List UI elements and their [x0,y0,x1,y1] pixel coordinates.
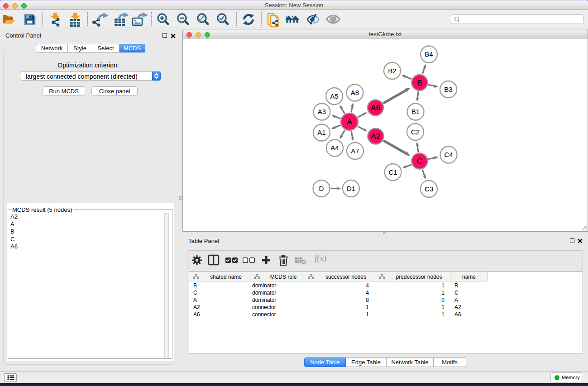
svg-text:B: B [417,79,422,87]
svg-text:A5: A5 [330,92,338,100]
svg-text:B2: B2 [388,67,396,75]
svg-text:D1: D1 [347,185,355,192]
svg-text:B4: B4 [425,50,433,58]
svg-text:A3: A3 [318,108,326,115]
svg-text:C4: C4 [444,151,453,158]
svg-text:B1: B1 [411,108,420,115]
svg-text:A8: A8 [351,89,359,96]
svg-text:B3: B3 [444,86,452,93]
svg-text:C2: C2 [411,128,420,136]
svg-text:C1: C1 [388,168,397,176]
svg-text:A7: A7 [351,147,359,155]
svg-text:A2: A2 [371,132,381,141]
svg-text:A4: A4 [330,144,339,152]
svg-text:A6: A6 [371,104,380,112]
svg-text:C: C [417,157,422,166]
svg-text:D: D [319,185,324,192]
svg-text:C3: C3 [425,185,433,193]
svg-text:A: A [347,118,352,126]
svg-text:A1: A1 [317,129,325,136]
